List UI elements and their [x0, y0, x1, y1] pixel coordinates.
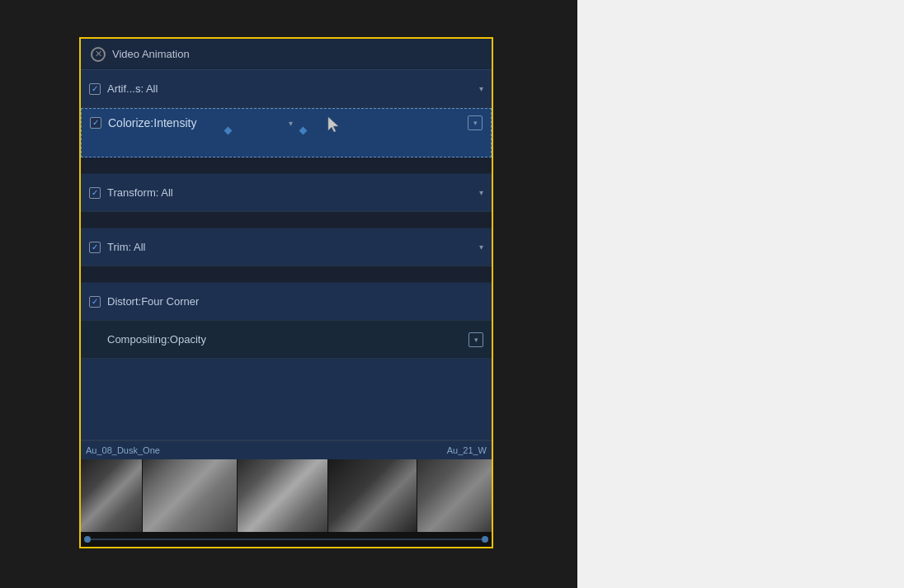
effect-row-trim[interactable]: Trim: All ▾: [81, 228, 492, 266]
panel-header: ✕ Video Animation: [81, 39, 492, 70]
effect-name-compositing: Compositing:Opacity: [107, 333, 288, 346]
gap-row-2: [81, 212, 492, 228]
progress-dot-right: [482, 536, 488, 543]
close-icon: ✕: [95, 49, 102, 59]
gap-row-3: [81, 266, 492, 283]
main-container: ✕ Video Animation Artif...s: All ▾ Color…: [0, 0, 904, 588]
effect-row-distort[interactable]: Distort:Four Corner: [81, 283, 492, 321]
film-frame-right: [417, 459, 492, 532]
panel-title: Video Animation: [112, 48, 190, 60]
checkbox-colorize[interactable]: [90, 117, 101, 129]
expand-btn-compositing[interactable]: ▾: [468, 332, 483, 347]
checkbox-artif[interactable]: [89, 83, 101, 95]
clip-label-text: Au_08_Dusk_One: [86, 445, 160, 455]
close-button[interactable]: ✕: [91, 47, 106, 62]
clip-label-right-text: Au_21_W: [447, 445, 487, 455]
cursor-indicator: [327, 115, 340, 137]
svg-marker-0: [328, 117, 338, 132]
dropdown-arrow-colorize[interactable]: ▾: [289, 119, 293, 128]
gap-row-1: [81, 158, 492, 174]
progress-dot-left: [84, 536, 91, 543]
film-frame-1: [81, 459, 143, 532]
clip-label-bar: Au_08_Dusk_One Au_21_W: [81, 441, 492, 459]
checkbox-trim[interactable]: [89, 242, 101, 253]
dropdown-arrow-artif[interactable]: ▾: [479, 84, 483, 93]
dropdown-arrow-trim[interactable]: ▾: [479, 242, 483, 252]
effect-name-trim: Trim: All: [107, 241, 476, 253]
effect-row-transform[interactable]: Transform: All ▾: [81, 174, 492, 212]
video-animation-panel: ✕ Video Animation Artif...s: All ▾ Color…: [79, 37, 493, 548]
checkbox-distort[interactable]: [89, 296, 101, 308]
film-frame-4: [328, 459, 417, 532]
effect-row-colorize[interactable]: Colorize:Intensity ▾ ▾: [81, 108, 492, 158]
progress-track: [81, 537, 492, 542]
film-frame-3: [238, 459, 328, 532]
keyframe-dot-1: [224, 126, 233, 134]
effect-name-distort: Distort:Four Corner: [107, 295, 483, 308]
effect-name-artif: Artif...s: All: [107, 82, 476, 95]
film-frame-2: [143, 459, 238, 532]
keyframe-dot-2: [299, 126, 308, 134]
keyframe-track-colorize: [131, 127, 507, 134]
effect-row-artif[interactable]: Artif...s: All ▾: [81, 70, 492, 108]
effect-row-compositing[interactable]: Compositing:Opacity ▾: [81, 321, 492, 359]
checkbox-transform[interactable]: [89, 187, 101, 199]
annotation-area: Drag clip effects to rearrange their ord…: [577, 0, 904, 588]
clip-strip-panel: Au_08_Dusk_One Au_21_W: [81, 440, 492, 547]
progress-line: [91, 539, 482, 540]
dropdown-arrow-transform[interactable]: ▾: [479, 188, 483, 197]
effect-name-transform: Transform: All: [107, 186, 476, 199]
film-frames: [81, 459, 492, 532]
